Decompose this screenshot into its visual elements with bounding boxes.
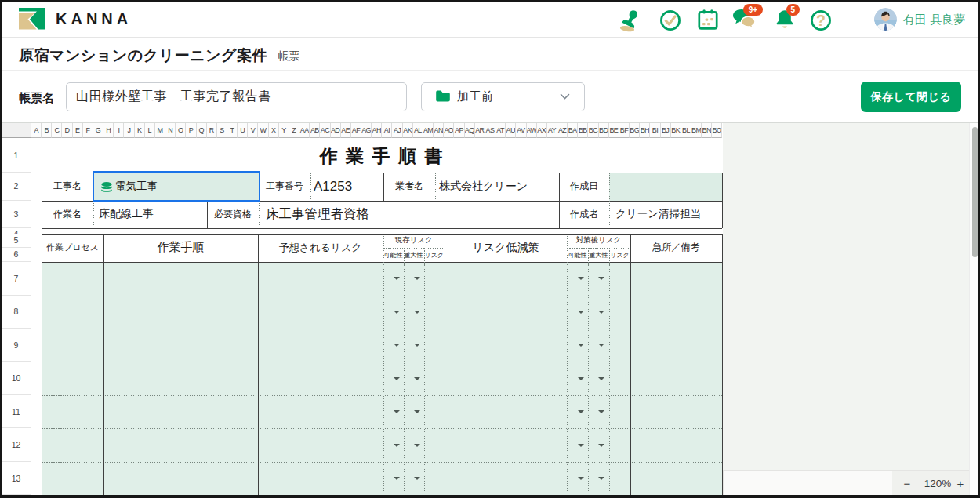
check-circle-icon[interactable] <box>658 8 683 33</box>
column-header[interactable]: H <box>103 123 114 138</box>
row-header[interactable]: 11 <box>2 395 31 429</box>
column-header[interactable]: C <box>52 123 62 138</box>
cell-dropdown-arrow-icon[interactable] <box>394 277 400 280</box>
brand-wordmark[interactable]: KANNA <box>56 10 132 28</box>
cell-dropdown-arrow-icon[interactable] <box>414 477 420 480</box>
save-and-close-button[interactable]: 保存して閉じる <box>861 82 961 112</box>
column-header[interactable]: BH <box>640 123 650 138</box>
cell-dropdown-arrow-icon[interactable] <box>578 311 584 314</box>
zoom-out-button[interactable]: − <box>900 477 914 491</box>
column-header[interactable]: N <box>165 123 176 138</box>
row-header[interactable]: 3 <box>2 201 31 229</box>
help-icon[interactable]: ? <box>808 8 833 33</box>
column-header[interactable]: B <box>42 123 52 138</box>
column-header[interactable]: AG <box>361 123 372 138</box>
column-header[interactable]: F <box>83 123 93 138</box>
column-header[interactable]: BB <box>578 123 588 138</box>
cell-dropdown-arrow-icon[interactable] <box>394 444 400 447</box>
user-avatar[interactable] <box>874 8 897 31</box>
cell-dropdown-arrow-icon[interactable] <box>598 344 604 347</box>
column-header[interactable]: BC <box>588 123 598 138</box>
column-header[interactable]: BK <box>671 123 681 138</box>
row-header[interactable]: 7 <box>2 262 31 296</box>
cell-dropdown-arrow-icon[interactable] <box>414 444 420 447</box>
data-entry-cell[interactable] <box>609 173 722 201</box>
row-header[interactable]: 13 <box>2 462 31 495</box>
row-header[interactable]: 2 <box>2 173 31 201</box>
column-header[interactable]: AQ <box>465 123 475 138</box>
column-header[interactable]: K <box>135 123 145 138</box>
cell-dropdown-arrow-icon[interactable] <box>578 344 584 347</box>
column-header[interactable]: BN <box>702 123 712 138</box>
row-header[interactable]: 9 <box>2 329 31 362</box>
column-header[interactable]: AK <box>403 123 413 138</box>
cell-dropdown-arrow-icon[interactable] <box>414 277 420 280</box>
column-header[interactable]: O <box>176 123 186 138</box>
column-header[interactable]: BO <box>712 123 722 138</box>
calendar-icon[interactable] <box>695 8 720 33</box>
data-entry-cell[interactable] <box>42 262 722 495</box>
cell-dropdown-arrow-icon[interactable] <box>414 410 420 413</box>
column-header[interactable]: AY <box>547 123 557 138</box>
column-header[interactable]: AX <box>537 123 547 138</box>
cell-dropdown-arrow-icon[interactable] <box>598 477 604 480</box>
cell-dropdown-arrow-icon[interactable] <box>578 377 584 380</box>
vertical-scrollbar[interactable] <box>969 123 978 495</box>
column-header[interactable]: AH <box>372 123 382 138</box>
column-header[interactable]: Z <box>289 123 299 138</box>
column-header[interactable]: AP <box>454 123 464 138</box>
column-header[interactable]: AS <box>485 123 495 138</box>
column-header[interactable]: AU <box>506 123 516 138</box>
column-header[interactable]: AR <box>475 123 485 138</box>
column-header[interactable]: BG <box>630 123 640 138</box>
column-header[interactable]: AO <box>444 123 454 138</box>
column-header[interactable]: V <box>248 123 258 138</box>
column-header[interactable]: AE <box>341 123 351 138</box>
cell-dropdown-arrow-icon[interactable] <box>394 344 400 347</box>
cell-author-value[interactable]: クリーン清掃担当 <box>609 201 722 229</box>
sheet-corner-cell[interactable] <box>2 123 31 138</box>
row-header[interactable]: 1 <box>2 138 31 173</box>
cell-dropdown-arrow-icon[interactable] <box>598 377 604 380</box>
column-header[interactable]: AJ <box>392 123 402 138</box>
column-header[interactable]: AM <box>423 123 434 138</box>
cell-dropdown-arrow-icon[interactable] <box>394 311 400 314</box>
row-header[interactable]: 8 <box>2 296 31 329</box>
kanna-logo-icon[interactable] <box>19 8 45 30</box>
column-header[interactable]: A <box>31 123 42 138</box>
column-header[interactable]: AC <box>320 123 330 138</box>
row-header[interactable]: 6 <box>2 248 31 262</box>
column-header[interactable]: BF <box>619 123 630 138</box>
cell-dropdown-arrow-icon[interactable] <box>414 311 420 314</box>
cell-dropdown-arrow-icon[interactable] <box>598 444 604 447</box>
cell-dropdown-arrow-icon[interactable] <box>578 277 584 280</box>
form-name-input[interactable] <box>66 82 407 111</box>
scrollbar-thumb[interactable] <box>972 127 978 257</box>
cell-dropdown-arrow-icon[interactable] <box>598 311 604 314</box>
column-header[interactable]: AL <box>413 123 423 138</box>
column-header[interactable]: AT <box>495 123 506 138</box>
column-header[interactable]: W <box>258 123 268 138</box>
cell-dropdown-arrow-icon[interactable] <box>578 410 584 413</box>
column-header[interactable]: AW <box>527 123 537 138</box>
column-header[interactable]: AI <box>382 123 392 138</box>
cell-dropdown-arrow-icon[interactable] <box>394 410 400 413</box>
column-header[interactable]: AA <box>299 123 310 138</box>
stamp-approval-icon[interactable] <box>619 8 644 33</box>
cell-dropdown-arrow-icon[interactable] <box>414 377 420 380</box>
column-header[interactable]: BJ <box>661 123 671 138</box>
cell-dropdown-arrow-icon[interactable] <box>578 444 584 447</box>
column-header[interactable]: J <box>124 123 134 138</box>
sheet-cells[interactable]: 作 業 手 順 書 工事名電気工事工事番号A1253業者名株式会社クリーン作成日… <box>31 138 723 495</box>
column-header[interactable]: BL <box>681 123 691 138</box>
column-header[interactable]: G <box>93 123 103 138</box>
column-header[interactable]: L <box>145 123 155 138</box>
column-headers[interactable]: ABCDEFGHIJKLMNOPQRSTUVWXYZAAABACADAEAFAG… <box>31 123 723 138</box>
column-header[interactable]: X <box>269 123 279 138</box>
cell-qualification-value[interactable]: 床工事管理者資格 <box>259 201 559 229</box>
column-header[interactable]: AD <box>331 123 341 138</box>
status-dropdown[interactable]: 加工前 <box>421 82 585 111</box>
cell-number-value[interactable]: A1253 <box>310 173 383 201</box>
column-header[interactable]: U <box>238 123 248 138</box>
column-header[interactable]: BE <box>609 123 619 138</box>
